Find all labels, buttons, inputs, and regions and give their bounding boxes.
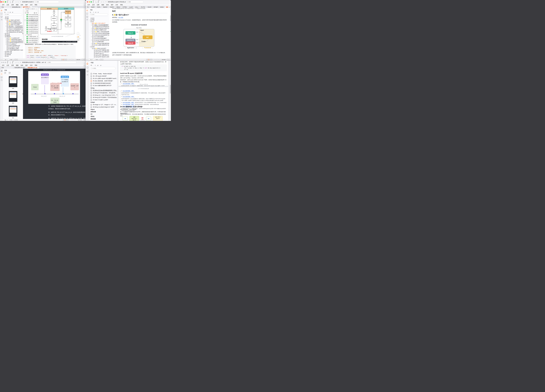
collapse-code-icon[interactable]: ▼ xyxy=(43,41,43,42)
attachments-panel-icon[interactable] xyxy=(86,73,89,77)
bookmark-item[interactable]: 17.什么是循环依赖? xyxy=(89,41,109,43)
collapse-ribbon-icon[interactable] xyxy=(84,4,85,6)
zoom-level[interactable]: 156.64% xyxy=(76,59,81,60)
zoom-in-button[interactable]: + xyxy=(77,119,78,121)
bookmarks-panel-icon[interactable] xyxy=(86,9,89,12)
bookmark-item[interactable]: + 32.如何保证本地缓存和分布式缓... xyxy=(3,42,23,44)
tree-expander-icon[interactable]: + xyxy=(4,51,5,52)
run-code-button[interactable]: ▶ 运行代码 xyxy=(66,41,71,42)
menu-item[interactable]: 保护 xyxy=(24,4,29,6)
comments-panel-icon[interactable] xyxy=(86,69,89,73)
comments-panel-icon[interactable] xyxy=(0,15,3,18)
bookmark-item[interactable]: 8.说说BeanFactory和ApplicantC... xyxy=(89,26,109,27)
tree-expander-icon[interactable]: + xyxy=(91,31,92,32)
close-window-button[interactable] xyxy=(87,1,88,2)
java-guide-link[interactable]: Java 面试指南（付费） xyxy=(123,102,135,103)
close-tab-icon[interactable]: × xyxy=(37,67,38,68)
zoom-dropdown-icon[interactable]: ▾ xyxy=(83,119,83,120)
bookmark-item[interactable]: + 30.🌟 能说说布隆过滤器吗? xyxy=(3,39,23,40)
tree-expander-icon[interactable]: + xyxy=(89,19,90,20)
toc-item[interactable]: ✓PmHub 项目管理流程 xyxy=(24,39,38,41)
close-window-button[interactable] xyxy=(1,1,2,2)
zoom-window-button[interactable] xyxy=(5,62,6,63)
bookmark-item[interactable]: 37.intern 方法有什么作用? xyxy=(89,99,117,101)
prev-view-icon[interactable] xyxy=(15,119,16,121)
bookmark-item[interactable]: + Redis 应用 xyxy=(3,52,23,54)
scrollbar[interactable] xyxy=(170,61,171,121)
page-number-input[interactable]: 311▾ xyxy=(3,119,9,121)
page-thumbnail[interactable]: 311 xyxy=(3,106,23,118)
page-thumbnail[interactable]: 309 xyxy=(3,76,23,89)
menu-item[interactable]: 视图 xyxy=(15,65,19,66)
last-page-button[interactable]: » xyxy=(99,59,100,60)
pages-panel-icon[interactable] xyxy=(0,72,3,76)
bookmark-item[interactable]: + 9.🌟项目启动时Spring的IoC会做... xyxy=(89,27,109,29)
font-increase-icon[interactable]: A⁺ xyxy=(97,65,99,66)
bookmark-item[interactable]: + 11.🌟 能说一下Bean的生命周期吗... xyxy=(89,31,109,32)
bookmark-item[interactable]: 6.Redis为什么早期选择单线程? xyxy=(3,27,23,28)
toc-row[interactable]: 目录 xyxy=(24,12,38,14)
new-tab-button[interactable]: + xyxy=(35,8,37,10)
next-page-button[interactable]: › xyxy=(98,59,99,60)
bookmark-item[interactable]: 序列化 xyxy=(89,115,117,118)
undo-icon[interactable]: ↺ xyxy=(15,1,17,3)
open-file-icon[interactable] xyxy=(7,1,8,3)
bookmark-item[interactable]: 30.Java 是值传递，还是引用传递? xyxy=(89,80,117,82)
document-tab[interactable]: 我的简... × xyxy=(90,6,96,8)
save-icon[interactable] xyxy=(10,61,10,63)
expand-all-icon[interactable] xyxy=(91,65,92,66)
document-tab[interactable]: 面渣逆... × xyxy=(159,6,165,8)
bookmark-item[interactable]: Object xyxy=(89,108,117,111)
zoom-dropdown-icon[interactable]: ▾ xyxy=(81,59,81,60)
bookmark-item[interactable]: 37.无底洞问题听说过吗？如何解... xyxy=(3,50,23,51)
undo-icon[interactable]: ↺ xyxy=(101,1,102,3)
toc-item[interactable]: ✓PmHub用Docker Comp... xyxy=(24,18,38,19)
tree-expander-icon[interactable]: + xyxy=(91,43,92,44)
zoom-level[interactable]: 127.06% xyxy=(78,119,82,121)
print-icon[interactable] xyxy=(12,1,13,3)
collapse-ribbon-icon[interactable] xyxy=(84,65,85,66)
bookmark-item[interactable]: + 补充 xyxy=(3,56,23,57)
redo-icon[interactable]: ↻ xyxy=(103,1,104,3)
toc-item[interactable]: ✓PmHub自定义注解加 A... xyxy=(24,25,38,27)
page-number-input[interactable]: 31▾ xyxy=(88,59,95,60)
tree-expander-icon[interactable]: + xyxy=(91,33,92,34)
tree-expander-icon[interactable]: + xyxy=(4,56,5,57)
next-page-button[interactable]: › xyxy=(13,119,13,121)
menu-item[interactable]: 帮助 xyxy=(34,4,38,6)
scrollbar[interactable] xyxy=(170,8,171,59)
tree-expander-icon[interactable]: - xyxy=(89,21,90,22)
ioc-link[interactable]: IoC 扫盲 xyxy=(118,17,123,18)
tree-expander-icon[interactable]: - xyxy=(91,48,92,49)
bookmark-item[interactable]: + 29.🌟 什么是缓存击穿? xyxy=(3,37,23,39)
menu-item[interactable]: 表单 xyxy=(19,4,24,6)
bookmark-item[interactable]: + 16.Spring中的单例Bean会存在线... xyxy=(89,39,109,41)
redo-icon[interactable]: ↻ xyxy=(18,1,19,3)
bookmark-item[interactable]: + 31.🌟 如何保证缓存和数据库的数... xyxy=(3,40,23,42)
document-tab[interactable]: 面渣逆袭MySQL篇V... × xyxy=(26,67,39,69)
bookmark-item[interactable]: + 12.为什么IDEA不推荐使用@Auto... xyxy=(89,33,109,34)
bookmark-item[interactable]: 35.String str1 = new String("abc") 和 S..… xyxy=(89,94,117,96)
tree-expander-icon[interactable]: + xyxy=(4,35,5,36)
document-tab[interactable]: 刘璐-通... × xyxy=(146,6,152,8)
menu-item[interactable]: 主页 xyxy=(6,4,10,6)
zoom-in-button[interactable]: + xyxy=(161,59,161,60)
bookmarks-panel-icon[interactable] xyxy=(0,9,3,12)
tree-expander-icon[interactable]: - xyxy=(4,36,5,37)
bookmark-item[interactable]: 9.单线程的Redis QPS 能到多少? xyxy=(3,31,23,33)
menu-item[interactable]: 文件 xyxy=(86,4,91,6)
zoom-dropdown-icon[interactable]: ▾ xyxy=(166,59,167,60)
toc-item[interactable]: ✓PmHub实现Redis加Lua... xyxy=(24,23,38,25)
attachments-panel-icon[interactable] xyxy=(86,18,89,21)
bookmark-item[interactable]: 异常处理 xyxy=(89,111,117,113)
tree-expander-icon[interactable]: + xyxy=(6,41,6,42)
fullscreen-icon[interactable] xyxy=(84,59,85,60)
prev-page-button[interactable]: ‹ xyxy=(2,59,2,60)
pages-panel-icon[interactable] xyxy=(0,12,3,15)
bookmark-item[interactable]: + 5.能详细说一下IO多路复用吗? xyxy=(3,25,23,27)
tree-expander-icon[interactable]: + xyxy=(6,42,6,43)
continuous-layout-icon[interactable] xyxy=(65,119,66,121)
tree-expander-icon[interactable]: + xyxy=(6,30,6,31)
tree-expander-icon[interactable]: + xyxy=(6,26,6,27)
menu-item[interactable]: 视图 xyxy=(100,4,105,6)
